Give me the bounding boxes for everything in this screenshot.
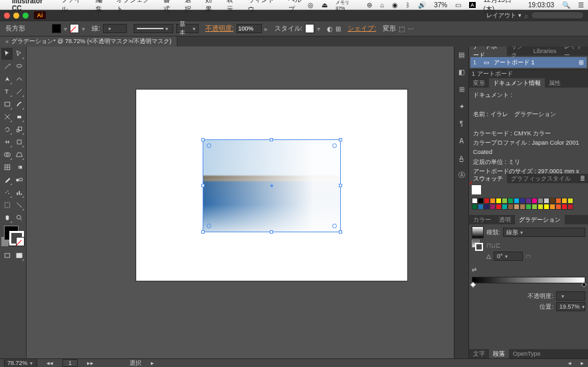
dropbox-icon[interactable]: ⌂ (380, 1, 384, 9)
swatch-color[interactable] (478, 204, 484, 210)
swatch-color[interactable] (549, 198, 555, 204)
menu-help[interactable]: ヘルプ (288, 0, 308, 14)
rotate-tool[interactable] (1, 123, 13, 135)
gradient-fill-stroke[interactable] (472, 240, 484, 252)
gradient-type-dropdown[interactable]: 線形 (503, 228, 585, 237)
rectangle-tool[interactable] (1, 98, 13, 110)
stroke-profile-dropdown[interactable] (134, 24, 173, 33)
stroke-weight-dropdown[interactable] (103, 24, 127, 33)
swatch-color[interactable] (538, 204, 543, 210)
swatch-color[interactable] (532, 204, 538, 210)
status-dd-icon[interactable]: ▸ (151, 360, 154, 366)
scale-tool[interactable] (13, 123, 25, 135)
graph-tool[interactable] (13, 186, 25, 198)
resize-handle[interactable] (201, 138, 205, 141)
resize-handle[interactable] (270, 138, 273, 141)
swatch-color[interactable] (561, 198, 567, 204)
swatch-color[interactable] (514, 198, 520, 204)
swatch-color[interactable] (532, 198, 538, 204)
swatch-color[interactable] (567, 204, 573, 210)
lasso-tool[interactable] (13, 60, 25, 72)
swatch-color[interactable] (502, 204, 508, 210)
dock-item[interactable]: A (456, 135, 467, 146)
recolor-icon[interactable]: ◐ (327, 25, 333, 33)
magic-wand-tool[interactable] (1, 60, 13, 72)
wifi-icon[interactable]: ◉ (392, 1, 398, 9)
swatch-color[interactable] (543, 198, 549, 204)
selection-bounds[interactable] (203, 139, 341, 232)
scroll-left-icon[interactable]: ◂ (568, 360, 571, 366)
hand-tool[interactable] (1, 212, 13, 224)
swatch-color[interactable] (567, 198, 573, 204)
resize-handle[interactable] (339, 230, 342, 234)
tab-gradient[interactable]: グラデーション (515, 215, 565, 224)
resize-handle[interactable] (339, 184, 342, 187)
swatch-color[interactable] (526, 204, 532, 210)
swatch-color[interactable] (484, 198, 490, 204)
dock-item[interactable]: ✦ (456, 101, 467, 111)
aspect-icon[interactable]: ⬭ (526, 253, 531, 260)
tab-libraries[interactable]: Libraries (530, 46, 561, 56)
transform-label[interactable]: 変形 (383, 24, 396, 33)
fill-swatch[interactable] (52, 24, 61, 33)
dock-item[interactable]: ⊞ (456, 84, 467, 94)
resize-handle[interactable] (339, 138, 342, 141)
gradient-stop[interactable] (581, 282, 587, 287)
stroke-grad-icon[interactable]: ⊓⊔⊏ (486, 242, 501, 249)
tab-graphic-styles[interactable]: グラフィックスタイル (507, 174, 575, 183)
screen-mode-toggle[interactable] (13, 250, 25, 261)
rotate-handle[interactable] (332, 224, 337, 228)
menu-edit[interactable]: 編集 (96, 0, 109, 14)
tab-artboards[interactable]: アートボード (469, 46, 507, 56)
dock-item[interactable]: ▤ (456, 49, 467, 60)
workspace-switcher[interactable]: レイアウト ▾ (486, 11, 522, 20)
notification-icon[interactable]: ☰ (578, 1, 584, 9)
menu-select[interactable]: 選択 (185, 0, 198, 14)
swatch-color[interactable] (496, 198, 502, 204)
shape-link[interactable]: シェイプ: (347, 24, 376, 33)
gradient-preview[interactable] (472, 226, 484, 238)
pen-tool[interactable] (1, 73, 13, 85)
tab-transform[interactable]: 変形 (469, 78, 489, 88)
resize-handle[interactable] (201, 230, 205, 234)
window-controls[interactable] (4, 13, 29, 19)
artboard-nav-field[interactable]: 1 (62, 359, 78, 367)
perspective-tool[interactable] (13, 149, 25, 161)
symbol-sprayer-tool[interactable] (1, 186, 13, 198)
screen-mode-normal[interactable] (1, 250, 13, 261)
ime-icon[interactable]: A (469, 2, 475, 8)
artboard-row[interactable]: 1 ▭ アートボード 1 ⊞ (470, 57, 587, 68)
swatch-color[interactable] (490, 204, 496, 210)
tab-transparency[interactable]: 透明 (495, 215, 515, 224)
width-tool[interactable] (1, 136, 13, 148)
stop-opacity-field[interactable] (556, 291, 585, 301)
menu-app[interactable]: Illustrator CC (12, 0, 53, 12)
tab-character[interactable]: 文字 (469, 349, 489, 358)
swatch-color[interactable] (555, 204, 561, 210)
document-tab[interactable]: × グラデーション* @ 78.72% (<不透明マスク>/不透明マスク) (0, 37, 177, 46)
swatch-color[interactable] (520, 198, 526, 204)
direct-selection-tool[interactable] (13, 48, 25, 60)
menubar-time[interactable]: 19:03:03 (528, 1, 554, 9)
swatch-color[interactable] (508, 198, 514, 204)
swatch-none[interactable] (472, 185, 481, 194)
tab-opentype[interactable]: OpenType (509, 349, 545, 358)
nav-next-icon[interactable]: ▸▸ (87, 360, 94, 366)
eyedropper-tool[interactable] (1, 174, 13, 186)
swatch-color[interactable] (508, 204, 514, 210)
misc-icon[interactable]: ⋯ (407, 25, 414, 33)
gradient-tool[interactable] (13, 161, 25, 173)
zoom-level-dropdown[interactable]: 78.72% (4, 358, 37, 367)
search-input[interactable] (531, 11, 584, 19)
type-tool[interactable]: T (1, 86, 13, 98)
nav-prev-icon[interactable]: ◂◂ (47, 360, 53, 366)
line-tool[interactable] (13, 86, 25, 98)
brush-def-dropdown[interactable]: 基本 (176, 24, 199, 33)
mesh-tool[interactable] (1, 161, 13, 173)
rotate-handle[interactable] (207, 143, 211, 148)
isolate-icon[interactable]: ⬚ (399, 25, 405, 33)
panel-view-icon[interactable]: ≣ (577, 175, 588, 182)
tab-color[interactable]: カラー (469, 215, 495, 224)
stroke-swatch[interactable] (70, 24, 79, 33)
tab-paragraph[interactable]: 段落 (489, 349, 509, 358)
